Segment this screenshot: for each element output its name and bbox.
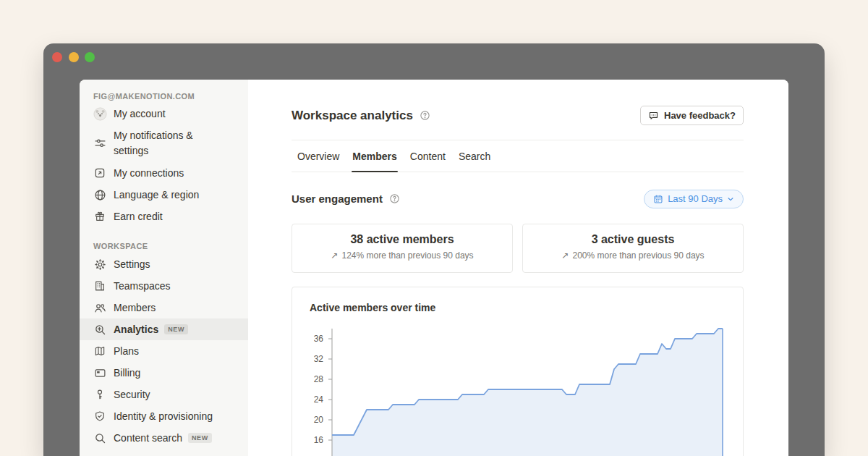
chevron-down-icon	[727, 195, 734, 203]
calendar-icon	[653, 194, 663, 204]
credit-card-icon	[93, 366, 107, 380]
shield-check-icon	[93, 409, 107, 423]
avatar	[93, 106, 107, 121]
have-feedback-label: Have feedback?	[664, 110, 736, 121]
sidebar-item-label: Settings	[114, 258, 150, 270]
sidebar-item-label: Content search	[114, 432, 182, 444]
building-icon	[93, 279, 107, 293]
help-icon[interactable]	[420, 110, 430, 121]
globe-icon	[93, 187, 107, 202]
sidebar-item-my-notifications-settings[interactable]: My notifications & settings	[80, 124, 248, 162]
people-icon	[93, 300, 107, 315]
section-title-user-engagement: User engagement	[292, 193, 383, 205]
magnifier-icon	[93, 431, 107, 445]
zoom-button[interactable]	[85, 52, 95, 62]
chart-title: Active members over time	[310, 302, 435, 313]
sidebar-item-billing[interactable]: Billing	[80, 362, 248, 384]
gear-icon	[93, 257, 107, 271]
close-button[interactable]	[52, 52, 62, 62]
tab-content[interactable]: Content	[409, 140, 446, 172]
sidebar-item-label: Language & region	[114, 189, 199, 200]
sidebar-item-label: Identity & provisioning	[114, 410, 213, 422]
sidebar-item-label: Billing	[114, 367, 140, 379]
active-guests-stat-card: 3 active guests ↗ 200% more than previou…	[522, 224, 744, 273]
new-badge: NEW	[164, 324, 188, 334]
y-tick-label: 16	[292, 435, 323, 445]
settings-panel: FIG@MAKENOTION.COM My account My notific…	[80, 80, 788, 456]
sidebar-item-earn-credit[interactable]: Earn credit	[80, 206, 248, 227]
sidebar-item-plans[interactable]: Plans	[80, 340, 248, 362]
page-title: Workspace analytics	[292, 109, 413, 123]
active-members-value: 38 active members	[350, 233, 454, 246]
date-range-filter[interactable]: Last 90 Days	[644, 190, 744, 208]
sidebar-item-label: Analytics	[114, 324, 158, 335]
sidebar-item-language-region[interactable]: Language & region	[80, 184, 248, 206]
tab-overview[interactable]: Overview	[297, 140, 340, 172]
sidebar-item-my-account[interactable]: My account	[80, 103, 248, 124]
sidebar-item-label: Earn credit	[114, 211, 163, 222]
y-tick-label: 36	[292, 334, 323, 344]
sidebar-item-content-search[interactable]: Content search NEW	[80, 427, 248, 449]
y-tick-label: 24	[292, 394, 323, 405]
settings-sidebar: FIG@MAKENOTION.COM My account My notific…	[80, 80, 248, 456]
arrow-square-icon	[93, 166, 107, 180]
sidebar-item-label: Plans	[114, 345, 139, 357]
active-members-stat-card: 38 active members ↗ 124% more than previ…	[292, 224, 513, 273]
workspace-analytics-page: Workspace analytics Have feedback? Overv	[248, 80, 788, 456]
sliders-icon	[93, 136, 107, 151]
active-guests-delta: 200% more than previous 90 days	[572, 250, 704, 261]
sidebar-item-identity-provisioning[interactable]: Identity & provisioning	[80, 405, 248, 427]
account-email-heading: FIG@MAKENOTION.COM	[80, 90, 248, 103]
active-guests-value: 3 active guests	[592, 233, 675, 246]
y-tick-label: 20	[292, 415, 323, 425]
analytics-tabs: Overview Members Content Search	[292, 140, 744, 172]
trend-up-icon: ↗	[561, 250, 569, 261]
new-badge: NEW	[188, 433, 212, 443]
help-icon[interactable]	[389, 193, 400, 204]
sidebar-item-analytics[interactable]: Analytics NEW	[80, 318, 248, 340]
speech-bubble-icon	[648, 110, 659, 121]
active-members-chart-plot	[325, 324, 730, 456]
y-tick-label: 28	[292, 374, 323, 384]
key-icon	[93, 387, 107, 402]
screenshot-stage: FIG@MAKENOTION.COM My account My notific…	[0, 0, 868, 456]
sidebar-item-label: Security	[114, 389, 150, 400]
gift-icon	[93, 209, 107, 224]
date-range-label: Last 90 Days	[668, 193, 723, 204]
map-icon	[93, 344, 107, 358]
sidebar-item-label: My account	[114, 108, 166, 119]
sidebar-item-security[interactable]: Security	[80, 384, 248, 405]
trend-up-icon: ↗	[331, 250, 338, 261]
y-tick-label: 32	[292, 354, 323, 364]
sidebar-item-label: Members	[114, 302, 156, 313]
active-members-delta: 124% more than previous 90 days	[341, 250, 473, 261]
stat-cards-row: 38 active members ↗ 124% more than previ…	[292, 224, 744, 273]
minimize-button[interactable]	[69, 52, 79, 62]
sidebar-item-teamspaces[interactable]: Teamspaces	[80, 275, 248, 297]
tab-members[interactable]: Members	[352, 140, 397, 172]
active-members-chart-card: Active members over time 162024283236	[292, 287, 744, 456]
sidebar-item-members[interactable]: Members	[80, 297, 248, 318]
tab-search[interactable]: Search	[458, 140, 491, 172]
app-window: FIG@MAKENOTION.COM My account My notific…	[43, 43, 825, 456]
magnifier-plus-icon	[93, 322, 107, 337]
sidebar-item-settings[interactable]: Settings	[80, 253, 248, 275]
sidebar-item-label: My notifications & settings	[114, 128, 208, 159]
sidebar-item-label: My connections	[114, 167, 184, 179]
sidebar-item-label: Teamspaces	[114, 280, 171, 292]
workspace-section-heading: WORKSPACE	[80, 239, 248, 253]
sidebar-item-my-connections[interactable]: My connections	[80, 162, 248, 184]
have-feedback-button[interactable]: Have feedback?	[640, 106, 744, 125]
